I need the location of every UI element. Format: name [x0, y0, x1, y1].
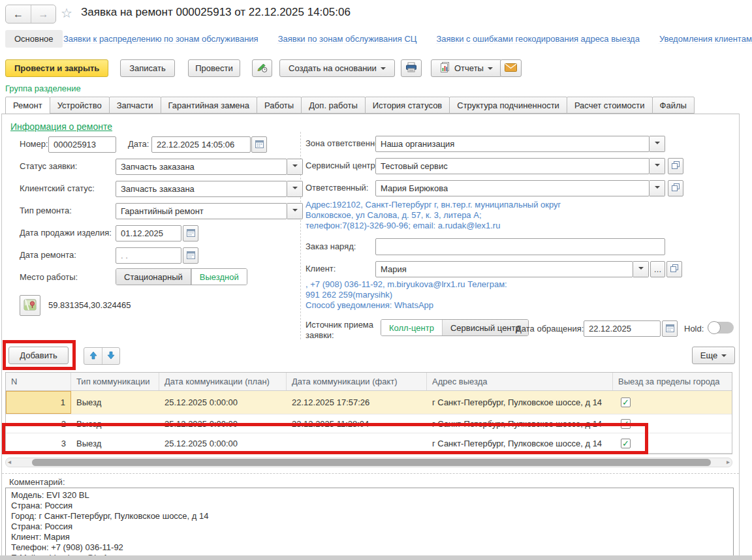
tab-subordination-structure[interactable]: Структура подчиненности [449, 97, 567, 114]
repair-date-calendar-button[interactable] [183, 247, 198, 264]
related-links: Заявки к распределению по зонам обслужив… [63, 34, 752, 44]
date-calendar-button[interactable] [251, 136, 267, 153]
back-button[interactable]: ← [6, 5, 31, 23]
tab-works[interactable]: Работы [257, 97, 302, 114]
request-status-dropdown-button[interactable] [287, 159, 303, 175]
tab-repair[interactable]: Ремонт [5, 97, 50, 114]
sale-date-calendar-button[interactable] [183, 225, 198, 241]
chevron-down-icon [655, 142, 660, 147]
column-header-address[interactable]: Адрес выезда [427, 373, 613, 390]
comment-textarea[interactable]: Модель: EVI 320 BL Страна: Россия Город:… [5, 488, 734, 556]
link-requests-distribution[interactable]: Заявки к распределению по зонам обслужив… [63, 34, 258, 44]
work-order-input[interactable] [375, 238, 665, 255]
client-choose-button[interactable]: … [650, 261, 665, 277]
service-center-open-button[interactable] [668, 158, 683, 174]
tab-status-history[interactable]: История статусов [365, 97, 450, 114]
responsible-select[interactable]: Мария Бирюкова [375, 180, 650, 196]
repair-type-select[interactable]: Гарантийный ремонт [116, 203, 287, 219]
tab-spare-parts[interactable]: Запчасти [109, 97, 161, 114]
checkbox-checked-icon[interactable]: ✓ [621, 419, 631, 429]
tab-device[interactable]: Устройство [50, 97, 110, 114]
column-header-fact-date[interactable]: Дата коммуникации (факт) [287, 373, 427, 390]
window-bottom-strip [0, 555, 752, 560]
table-row[interactable]: 1 Выезд 25.12.2025 0:00:00 22.12.2025 17… [6, 391, 732, 414]
responsible-open-button[interactable] [668, 180, 683, 196]
service-center-label: Сервисный центр: [306, 161, 377, 170]
responsibility-zone-select[interactable]: Наша организация [375, 136, 650, 152]
write-button[interactable]: Записать [120, 59, 175, 77]
calendar-icon [255, 140, 264, 150]
move-row-up-button[interactable] [84, 348, 102, 364]
source-label-line2: заявки: [306, 330, 334, 340]
client-status-dropdown-button[interactable] [287, 181, 303, 197]
request-status-select[interactable]: Запчасть заказана [116, 159, 287, 175]
checkbox-checked-icon[interactable]: ✓ [621, 439, 631, 448]
tab-warranty-replacement[interactable]: Гарантийная замена [161, 97, 257, 114]
responsibility-zone-dropdown-button[interactable] [650, 136, 665, 152]
move-row-down-button[interactable] [102, 348, 119, 364]
table-row[interactable]: 2 Выезд 25.12.2025 0:00:00 23.12.2025 11… [6, 414, 732, 433]
forward-button[interactable]: → [31, 5, 55, 23]
map-button[interactable] [20, 295, 40, 316]
tab-cost-calculation[interactable]: Расчет стоимости [567, 97, 653, 114]
column-header-plan-date[interactable]: Дата коммуникации (план) [159, 373, 287, 390]
chevron-down-icon [381, 67, 386, 72]
chevron-down-icon [488, 67, 493, 72]
ellipsis-icon: … [654, 265, 662, 274]
reports-button[interactable]: Отчеты [431, 59, 502, 77]
repair-type-label: Тип ремонта: [20, 206, 72, 215]
client-open-button[interactable] [666, 261, 682, 277]
repair-date-input[interactable]: . . [116, 247, 181, 264]
tab-additional-works[interactable]: Доп. работы [301, 97, 366, 114]
more-button[interactable]: Еще [692, 347, 735, 364]
service-center-dropdown-button[interactable] [650, 158, 665, 174]
scroll-right-icon[interactable]: ▸ [727, 458, 730, 465]
client-select[interactable]: Мария [375, 261, 633, 277]
favorite-star-icon[interactable]: ☆ [61, 5, 72, 21]
column-header-out-of-town[interactable]: Выезд за пределы города [613, 373, 732, 390]
date-input[interactable]: 22.12.2025 14:05:06 [151, 136, 251, 153]
repair-type-dropdown-button[interactable] [287, 203, 303, 219]
sale-date-input[interactable]: 01.12.2025 [116, 225, 181, 241]
client-contacts-link[interactable]: , +7 (908) 036-11-92, m.biryukova@lrx1.r… [306, 279, 507, 311]
number-input[interactable]: 000025913 [48, 136, 116, 153]
service-center-select[interactable]: Тестовый сервис [375, 158, 650, 174]
repair-info-section-title[interactable]: Информация о ремонте [10, 121, 112, 132]
request-date-calendar-button[interactable] [662, 320, 678, 337]
tab-files[interactable]: Файлы [652, 97, 695, 114]
scroll-left-icon[interactable]: ◂ [8, 458, 11, 465]
client-status-select[interactable]: Запчасть заказана [116, 181, 287, 197]
create-based-on-button[interactable]: Создать на основании [279, 59, 395, 77]
change-status-button[interactable] [252, 59, 272, 77]
request-date-input[interactable]: 22.12.2025 [584, 320, 661, 337]
group-separation-link[interactable]: Группа разделение [5, 84, 81, 93]
source-option-service-center[interactable]: Сервисный центр [442, 320, 528, 335]
link-requests-by-zones[interactable]: Заявки по зонам обслуживания СЦ [278, 34, 417, 44]
responsible-dropdown-button[interactable] [650, 180, 665, 196]
link-geocoding-errors[interactable]: Заявки с ошибками геокодирования адреса … [436, 34, 639, 44]
client-dropdown-button[interactable] [633, 261, 649, 277]
hold-toggle[interactable] [708, 322, 734, 334]
move-row-group [84, 347, 120, 365]
client-label: Клиент: [306, 264, 336, 273]
service-center-address-link[interactable]: Адрес:192102, Санкт-Петербург г, вн.тер.… [306, 200, 561, 231]
email-button[interactable] [500, 59, 522, 77]
table-horizontal-scrollbar[interactable]: ◂ ▸ [5, 458, 732, 467]
add-row-button[interactable]: Добавить [8, 347, 69, 364]
tab-main[interactable]: Основное [5, 30, 63, 48]
work-place-option-onsite[interactable]: Выездной [191, 269, 247, 285]
scrollbar-thumb[interactable] [32, 459, 711, 466]
post-and-close-button[interactable]: Провести и закрыть [5, 59, 108, 77]
print-button[interactable] [401, 59, 422, 77]
column-header-n[interactable]: N [6, 373, 71, 390]
document-tabs: Ремонт Устройство Запчасти Гарантийная з… [5, 97, 694, 114]
table-row[interactable]: 3 Выезд 25.12.2025 0:00:00 г Санкт-Петер… [6, 433, 732, 454]
open-in-new-icon [672, 183, 680, 193]
link-client-notifications[interactable]: Уведомления клиентам о изм [659, 34, 752, 44]
post-button[interactable]: Провести [188, 59, 240, 77]
column-header-type[interactable]: Тип коммуникации [71, 373, 159, 390]
source-option-call-center[interactable]: Колл-центр [381, 320, 442, 335]
checkbox-checked-icon[interactable]: ✓ [621, 397, 631, 407]
work-place-option-stationary[interactable]: Стационарный [116, 269, 191, 285]
section-splitter[interactable] [2, 473, 739, 474]
